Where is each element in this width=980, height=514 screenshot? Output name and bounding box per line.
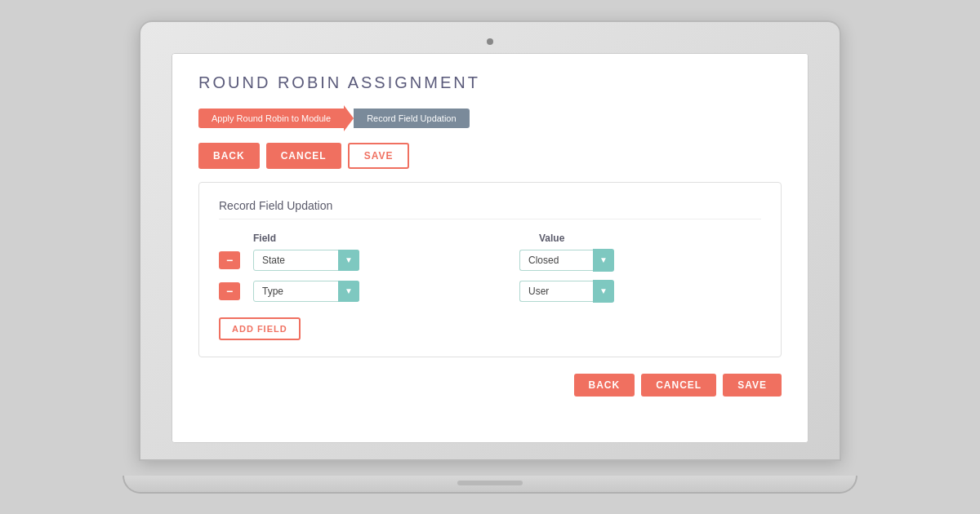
value-section-1: ▼ <box>519 249 614 272</box>
value-section-2: ▼ <box>519 280 614 303</box>
laptop-screen: ROUND ROBIN ASSIGNMENT Apply Round Robin… <box>172 53 808 443</box>
camera-icon <box>487 38 493 45</box>
step2-label: Record Field Updation <box>354 109 469 128</box>
bottom-action-buttons: BACK CANCEL SAVE <box>198 374 782 397</box>
table-row: − State ▼ ▼ <box>219 249 761 272</box>
step1-label: Apply Round Robin to Module <box>198 109 344 128</box>
top-action-buttons: BACK CANCEL SAVE <box>198 143 782 169</box>
field-column-header: Field <box>253 233 376 244</box>
remove-row2-button[interactable]: − <box>219 282 240 300</box>
top-save-button[interactable]: SAVE <box>348 143 410 169</box>
add-field-button[interactable]: ADD FIELD <box>219 317 301 340</box>
value-input-1[interactable] <box>519 250 593 271</box>
record-field-card: Record Field Updation Field Value − Stat… <box>198 182 782 357</box>
screen-content: ROUND ROBIN ASSIGNMENT Apply Round Robin… <box>172 54 808 442</box>
stepper: Apply Round Robin to Module Record Field… <box>198 105 782 131</box>
remove-row1-button[interactable]: − <box>219 251 240 269</box>
field-select-wrap-2: Type ▼ <box>253 281 359 302</box>
step-arrow-icon <box>344 105 354 131</box>
value-arrow-1[interactable]: ▼ <box>593 249 614 272</box>
field-headers-row: Field Value <box>219 233 761 244</box>
field-select-wrap-1: State ▼ <box>253 250 359 271</box>
top-cancel-button[interactable]: CANCEL <box>266 143 341 169</box>
value-arrow-2[interactable]: ▼ <box>593 280 614 303</box>
field-select-1[interactable]: State <box>253 250 359 271</box>
value-column-header: Value <box>539 233 564 244</box>
bottom-back-button[interactable]: BACK <box>574 374 635 397</box>
laptop-body: ROUND ROBIN ASSIGNMENT Apply Round Robin… <box>139 20 841 461</box>
laptop-base <box>122 476 858 494</box>
value-input-2[interactable] <box>519 281 593 302</box>
field-select-2[interactable]: Type <box>253 281 359 302</box>
card-title: Record Field Updation <box>219 199 761 219</box>
bottom-save-button[interactable]: SAVE <box>723 374 782 397</box>
bottom-cancel-button[interactable]: CANCEL <box>641 374 716 397</box>
laptop-container: ROUND ROBIN ASSIGNMENT Apply Round Robin… <box>139 20 841 494</box>
page-title: ROUND ROBIN ASSIGNMENT <box>198 73 782 92</box>
top-back-button[interactable]: BACK <box>198 143 260 169</box>
table-row: − Type ▼ ▼ <box>219 280 761 303</box>
